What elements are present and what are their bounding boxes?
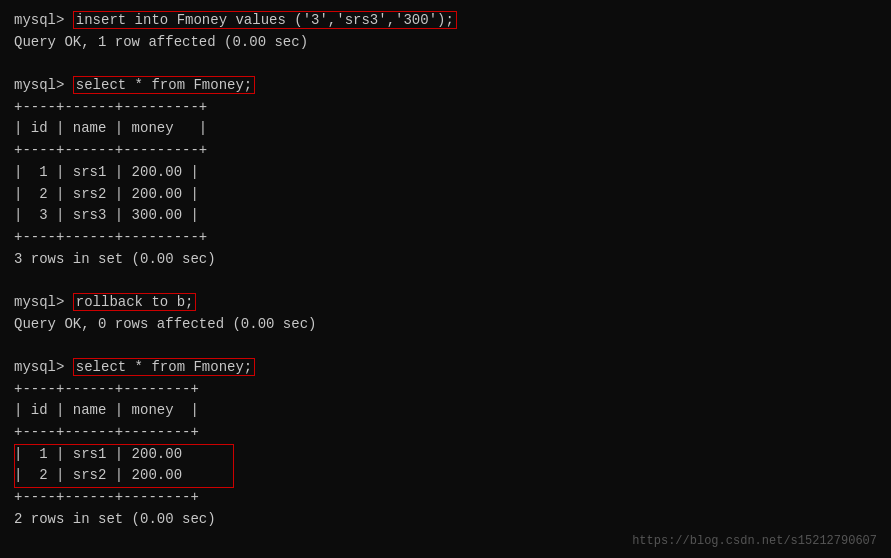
blank-2: [14, 270, 877, 292]
prompt-4: mysql>: [14, 359, 73, 375]
line-17: +----+------+--------+: [14, 422, 877, 444]
output-4: 2 rows in set (0.00 sec): [14, 511, 216, 527]
prompt-2: mysql>: [14, 77, 73, 93]
line-10: +----+------+---------+: [14, 227, 877, 249]
line-5: | id | name | money |: [14, 118, 877, 140]
table-border-5: +----+------+--------+: [14, 424, 199, 440]
line-15: +----+------+--------+: [14, 379, 877, 401]
line-8: | 2 | srs2 | 200.00 |: [14, 184, 877, 206]
prompt-3: mysql>: [14, 294, 73, 310]
table-row-5: | 2 | srs2 | 200.00: [14, 467, 182, 483]
cmd-rollback: rollback to b;: [73, 293, 197, 311]
line-20: +----+------+--------+: [14, 487, 877, 509]
line-1: mysql> insert into Fmoney values ('3','s…: [14, 10, 877, 32]
cmd-select-1: select * from Fmoney;: [73, 76, 255, 94]
table-header-1: | id | name | money |: [14, 120, 207, 136]
blank-1: [14, 53, 877, 75]
line-7: | 1 | srs1 | 200.00 |: [14, 162, 877, 184]
line-14: mysql> select * from Fmoney;: [14, 357, 877, 379]
prompt-1: mysql>: [14, 12, 73, 28]
table-row-3: | 3 | srs3 | 300.00 |: [14, 207, 199, 223]
table-row-2: | 2 | srs2 | 200.00 |: [14, 186, 199, 202]
line-2: Query OK, 1 row affected (0.00 sec): [14, 32, 877, 54]
blank-3: [14, 335, 877, 357]
line-6: +----+------+---------+: [14, 140, 877, 162]
table-border-4: +----+------+--------+: [14, 381, 199, 397]
table-border-1: +----+------+---------+: [14, 99, 207, 115]
table-border-2: +----+------+---------+: [14, 142, 207, 158]
watermark: https://blog.csdn.net/s15212790607: [632, 534, 877, 548]
line-12: mysql> rollback to b;: [14, 292, 877, 314]
line-21: 2 rows in set (0.00 sec): [14, 509, 877, 531]
cmd-insert: insert into Fmoney values ('3','srs3','3…: [73, 11, 457, 29]
table-header-2: | id | name | money |: [14, 402, 199, 418]
line-3: mysql> select * from Fmoney;: [14, 75, 877, 97]
cmd-select-2: select * from Fmoney;: [73, 358, 255, 376]
output-1: Query OK, 1 row affected (0.00 sec): [14, 34, 308, 50]
output-3: Query OK, 0 rows affected (0.00 sec): [14, 316, 316, 332]
table-border-3: +----+------+---------+: [14, 229, 207, 245]
line-18: | 1 | srs1 | 200.00: [14, 444, 182, 466]
line-19: | 2 | srs2 | 200.00: [14, 465, 182, 487]
highlighted-rows: | 1 | srs1 | 200.00 | 2 | srs2 | 200.00: [14, 444, 182, 487]
terminal-container: mysql> insert into Fmoney values ('3','s…: [14, 10, 877, 531]
line-16: | id | name | money |: [14, 400, 877, 422]
table-row-1: | 1 | srs1 | 200.00 |: [14, 164, 199, 180]
line-4: +----+------+---------+: [14, 97, 877, 119]
table-border-6: +----+------+--------+: [14, 489, 199, 505]
line-11: 3 rows in set (0.00 sec): [14, 249, 877, 271]
line-9: | 3 | srs3 | 300.00 |: [14, 205, 877, 227]
line-13: Query OK, 0 rows affected (0.00 sec): [14, 314, 877, 336]
output-2: 3 rows in set (0.00 sec): [14, 251, 216, 267]
table-row-4: | 1 | srs1 | 200.00: [14, 446, 182, 462]
